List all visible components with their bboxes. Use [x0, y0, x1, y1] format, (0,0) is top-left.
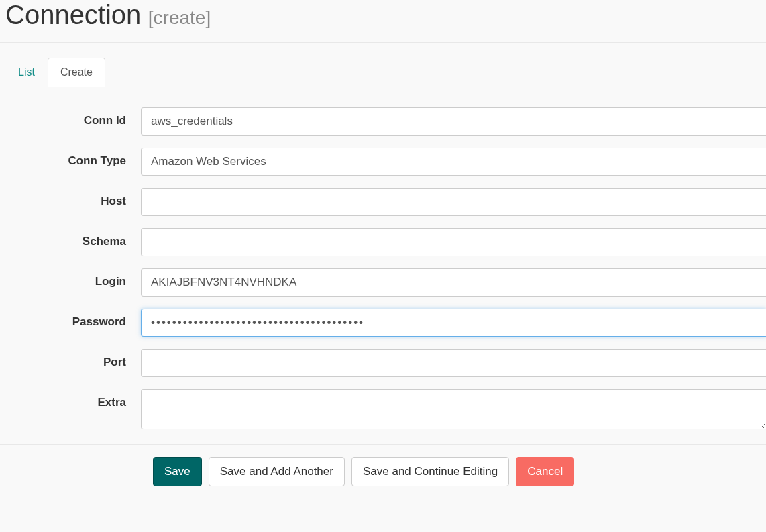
save-continue-editing-button[interactable]: Save and Continue Editing	[351, 457, 509, 486]
tabs-nav: List Create	[0, 58, 766, 87]
label-extra: Extra	[0, 389, 141, 409]
input-extra[interactable]	[141, 389, 766, 429]
page-subtitle: [create]	[148, 7, 211, 28]
input-login[interactable]	[141, 268, 766, 297]
input-host[interactable]	[141, 188, 766, 216]
save-button[interactable]: Save	[153, 457, 202, 486]
connection-form: Conn Id Conn Type Host Schema Login Pass…	[0, 87, 766, 498]
label-login: Login	[0, 268, 141, 288]
page-title: Connection	[5, 0, 141, 30]
label-password: Password	[0, 309, 141, 329]
label-port: Port	[0, 349, 141, 369]
form-buttons: Save Save and Add Another Save and Conti…	[0, 444, 766, 498]
input-port[interactable]	[141, 349, 766, 377]
tab-list[interactable]: List	[5, 58, 48, 87]
input-conn-id[interactable]	[141, 107, 766, 136]
field-extra: Extra	[0, 389, 766, 432]
input-schema[interactable]	[141, 228, 766, 256]
field-port: Port	[0, 349, 766, 377]
page-header: Connection [create]	[0, 0, 766, 43]
field-host: Host	[0, 188, 766, 216]
input-password[interactable]	[141, 309, 766, 337]
label-schema: Schema	[0, 228, 141, 248]
field-conn-id: Conn Id	[0, 107, 766, 136]
field-schema: Schema	[0, 228, 766, 256]
field-login: Login	[0, 268, 766, 297]
save-add-another-button[interactable]: Save and Add Another	[209, 457, 345, 486]
tab-create[interactable]: Create	[48, 58, 105, 87]
cancel-button[interactable]: Cancel	[516, 457, 574, 486]
label-host: Host	[0, 188, 141, 208]
label-conn-id: Conn Id	[0, 107, 141, 127]
field-password: Password	[0, 309, 766, 337]
field-conn-type: Conn Type	[0, 148, 766, 176]
label-conn-type: Conn Type	[0, 148, 141, 168]
input-conn-type[interactable]	[141, 148, 766, 176]
